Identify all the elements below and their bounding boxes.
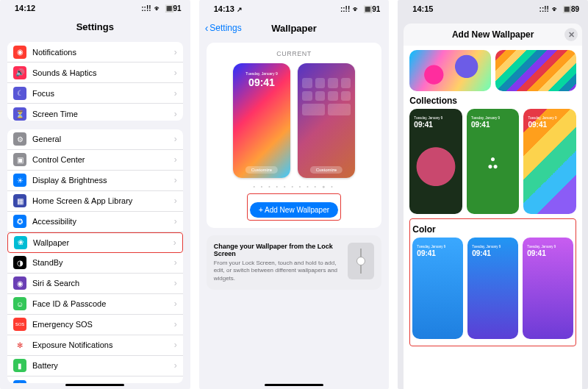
settings-row-face-id-passcode[interactable]: ☺Face ID & Passcode›	[7, 294, 183, 315]
chevron-right-icon: ›	[174, 175, 177, 185]
settings-row-exposure-notifications[interactable]: ✻Exposure Notifications›	[7, 335, 183, 356]
back-button[interactable]: ‹ Settings	[205, 22, 242, 34]
chevron-right-icon: ›	[174, 68, 177, 78]
settings-group-2: ⚙General›▣Control Center›☀Display & Brig…	[7, 129, 183, 383]
wallpaper-thumb[interactable]: Tuesday, January 909:41	[467, 238, 518, 339]
chevron-right-icon: ›	[174, 196, 177, 206]
clock: 14:12	[15, 4, 35, 13]
wallpaper-thumb[interactable]	[409, 50, 490, 91]
settings-row-emergency-sos[interactable]: SOSEmergency SOS›	[7, 315, 183, 335]
navbar: Settings	[0, 17, 190, 37]
settings-row-screen-time[interactable]: ⏳Screen Time›	[7, 104, 183, 120]
settings-row-display-brightness[interactable]: ☀Display & Brightness›	[7, 171, 183, 191]
chevron-right-icon: ›	[174, 360, 177, 371]
chevron-right-icon: ›	[174, 88, 177, 99]
customize-button[interactable]: Customize	[245, 166, 278, 174]
current-wallpaper-card: CURRENT Tuesday, January 9 09:41 Customi…	[207, 43, 382, 228]
row-label: Home Screen & App Library	[32, 196, 174, 205]
cellular-icon: ::!!	[539, 5, 549, 13]
navbar: ‹ Settings Wallpaper	[199, 18, 390, 38]
settings-row-privacy-security[interactable]: ✋Privacy & Security›	[7, 376, 183, 383]
settings-row-sounds-haptics[interactable]: 🔊Sounds & Haptics›	[7, 63, 183, 83]
clock: 14:15	[412, 4, 433, 13]
wallpaper-thumb[interactable]	[495, 50, 576, 91]
settings-row-wallpaper[interactable]: ❀Wallpaper›	[7, 232, 183, 253]
settings-row-accessibility[interactable]: ✪Accessibility›	[7, 212, 183, 232]
row-icon: ◑	[13, 256, 26, 269]
sheet-title: Add New Wallpaper	[452, 29, 534, 40]
chevron-right-icon: ›	[174, 109, 177, 119]
row-label: Battery	[32, 361, 174, 370]
status-bar: 14:13 ↗ ::!! ᯤ 🔳91	[199, 0, 390, 18]
settings-row-siri-search[interactable]: ◉Siri & Search›	[7, 274, 183, 294]
row-icon: ❀	[14, 236, 27, 249]
page-title: Settings	[76, 21, 114, 32]
page-dots[interactable]: • • • • • • • • • ● •	[214, 184, 375, 189]
color-label: Color	[412, 224, 573, 235]
row-icon: SOS	[13, 318, 26, 331]
settings-group-1: ◉Notifications›🔊Sounds & Haptics›☾Focus›…	[7, 42, 183, 120]
wallpaper-thumb[interactable]: Tuesday, January 909:41	[412, 238, 463, 339]
settings-row-general[interactable]: ⚙General›	[7, 129, 183, 150]
row-icon: ✪	[13, 215, 26, 228]
row-label: Emergency SOS	[32, 320, 174, 329]
wallpaper-thumb[interactable]: Tuesday, January 909:41	[523, 238, 573, 339]
customize-button[interactable]: Customize	[310, 166, 343, 174]
clock: 14:13	[214, 4, 234, 13]
lock-screen-tip-card: Change your Wallpaper from the Lock Scre…	[207, 235, 382, 290]
collections-label: Collections	[409, 96, 576, 106]
tip-graphic-icon	[348, 243, 374, 279]
chevron-right-icon: ›	[174, 340, 177, 350]
row-label: Focus	[32, 89, 174, 98]
chevron-right-icon: ›	[174, 278, 177, 288]
color-row: Tuesday, January 909:41 Tuesday, January…	[412, 238, 573, 339]
chevron-right-icon: ›	[173, 238, 176, 248]
home-indicator[interactable]	[65, 384, 124, 386]
row-label: Privacy & Security	[32, 382, 174, 383]
wifi-icon: ᯤ	[552, 5, 559, 13]
highlight-color-section: Color Tuesday, January 909:41 Tuesday, J…	[409, 218, 576, 346]
battery-indicator: 🔳91	[165, 4, 182, 13]
settings-row-standby[interactable]: ◑StandBy›	[7, 253, 183, 274]
row-label: Face ID & Passcode	[32, 299, 174, 308]
row-icon: ☺	[13, 297, 26, 310]
settings-row-control-center[interactable]: ▣Control Center›	[7, 150, 183, 171]
settings-row-battery[interactable]: ▮Battery›	[7, 356, 183, 376]
battery-indicator: 🔳91	[363, 5, 380, 13]
close-button[interactable]: ✕	[564, 28, 578, 41]
featured-row	[409, 50, 576, 91]
chevron-right-icon: ›	[174, 382, 177, 383]
settings-row-notifications[interactable]: ◉Notifications›	[7, 42, 183, 63]
row-icon: ☾	[13, 87, 26, 100]
chevron-right-icon: ›	[174, 134, 177, 144]
tip-title: Change your Wallpaper from the Lock Scre…	[214, 243, 343, 257]
lock-screen-preview[interactable]: Tuesday, January 9 09:41 Customize	[233, 63, 290, 178]
row-label: Display & Brightness	[32, 176, 174, 185]
screen-add-wallpaper: 14:15 ::!! ᯤ 🔳89 Add New Wallpaper ✕ Col…	[398, 0, 588, 389]
row-icon: ▮	[13, 359, 26, 372]
home-screen-preview[interactable]: Customize	[298, 63, 355, 178]
chevron-right-icon: ›	[174, 154, 177, 165]
settings-row-home-screen-app-library[interactable]: ▦Home Screen & App Library›	[7, 191, 183, 212]
screen-settings: 14:12 ::!! ᯤ 🔳91 Settings ◉Notifications…	[0, 0, 190, 389]
home-indicator[interactable]	[265, 384, 323, 386]
row-label: Siri & Search	[32, 279, 174, 288]
row-icon: ◉	[13, 276, 26, 290]
wallpaper-thumb[interactable]: Tuesday, January 909:41	[523, 109, 576, 214]
collections-row: Tuesday, January 909:41 Tuesday, January…	[409, 109, 576, 214]
sheet-header: Add New Wallpaper ✕	[404, 24, 582, 46]
settings-row-focus[interactable]: ☾Focus›	[7, 83, 183, 104]
wallpaper-thumb[interactable]: Tuesday, January 909:41	[467, 109, 520, 214]
wallpaper-thumb[interactable]: Tuesday, January 909:41	[409, 109, 462, 214]
page-title: Wallpaper	[271, 23, 317, 34]
add-new-wallpaper-button[interactable]: + Add New Wallpaper	[250, 202, 338, 218]
screen-wallpaper: 14:13 ↗ ::!! ᯤ 🔳91 ‹ Settings Wallpaper …	[199, 0, 390, 389]
row-label: StandBy	[32, 258, 174, 267]
status-bar: 14:15 ::!! ᯤ 🔳89	[398, 0, 588, 18]
chevron-right-icon: ›	[174, 299, 177, 309]
wifi-icon: ᯤ	[353, 5, 360, 13]
chevron-right-icon: ›	[174, 319, 177, 329]
cellular-icon: ::!!	[340, 5, 350, 13]
location-icon: ↗	[237, 6, 243, 13]
row-label: Control Center	[32, 155, 174, 164]
